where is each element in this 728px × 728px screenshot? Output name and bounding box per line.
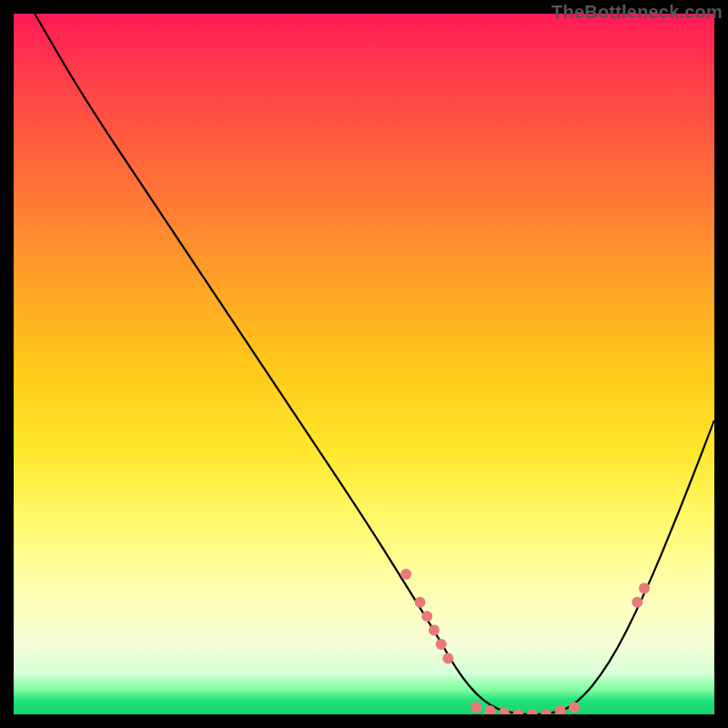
data-point [421, 611, 432, 622]
data-point [499, 708, 510, 715]
data-point [555, 705, 566, 714]
data-point [527, 709, 538, 714]
data-point [639, 582, 650, 593]
data-point [632, 597, 642, 608]
data-point [470, 702, 481, 713]
data-point [400, 569, 411, 580]
chart-frame [14, 14, 714, 714]
bottleneck-curve [35, 14, 714, 714]
data-point [436, 639, 447, 650]
data-point [429, 625, 440, 636]
data-point [442, 652, 453, 663]
marker-group [400, 569, 650, 714]
data-point [512, 709, 523, 714]
data-point [541, 709, 551, 714]
watermark-text: TheBottleneck.com [551, 2, 723, 23]
data-point [415, 597, 426, 608]
data-point [569, 702, 580, 713]
chart-svg [14, 14, 714, 714]
